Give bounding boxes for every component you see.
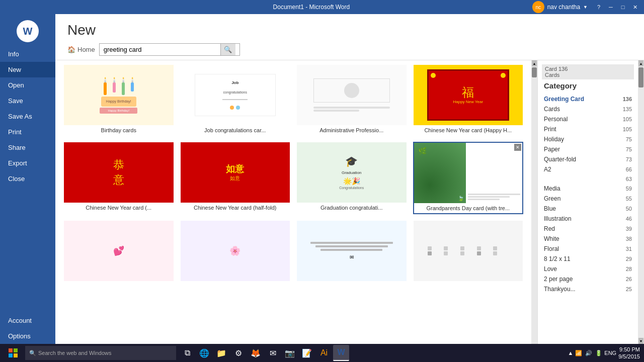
maximize-button[interactable]: □ — [618, 3, 628, 12]
template-bottom-3[interactable]: ✉ — [296, 220, 407, 286]
help-button[interactable]: ? — [594, 3, 604, 12]
category-count-illustration: 46 — [626, 216, 632, 222]
category-label-holiday: Holiday — [544, 136, 564, 143]
notes-button[interactable]: 📝 — [299, 345, 315, 361]
category-count-a2: 66 — [626, 166, 632, 172]
category-item-personal[interactable]: Personal 105 — [542, 114, 634, 124]
category-item-a2[interactable]: A2 66 — [542, 164, 634, 174]
sidebar-item-save-as[interactable]: Save As — [0, 109, 55, 124]
sidebar-item-export[interactable]: Export — [0, 155, 55, 171]
camera-button[interactable]: 📷 — [282, 345, 298, 361]
chrome-button[interactable]: ⚙ — [230, 345, 247, 361]
volume-icon: 🔊 — [585, 350, 592, 356]
template-bottom-2[interactable]: 🌸 — [180, 220, 291, 286]
minimize-button[interactable]: ─ — [606, 3, 616, 12]
category-label-white: White — [544, 235, 559, 242]
file-explorer-button[interactable]: 📁 — [213, 345, 229, 361]
sidebar: W Info New Open Save Save As Print Share… — [0, 14, 55, 344]
category-item-greeting-card[interactable]: Greeting Card 136 — [542, 94, 634, 104]
category-header-highlight: Card 136 Cards — [542, 64, 634, 79]
category-item-illustration[interactable]: Illustration 46 — [542, 214, 634, 224]
category-label-floral: Floral — [544, 245, 559, 252]
template-label-graduation: Graduation congratulati... — [297, 203, 407, 213]
category-item-cards[interactable]: Cards 135 — [542, 104, 634, 114]
template-graduation[interactable]: 🎓 Graduation 🌟🎉 Congratulations Graduati… — [296, 142, 407, 214]
home-link[interactable]: 🏠 Home — [67, 46, 95, 53]
right-scrollbar[interactable]: ▲ ▼ — [638, 60, 644, 344]
category-label-2-per-page: 2 per page — [544, 276, 573, 283]
template-label-job: Job congratulations car... — [181, 125, 290, 135]
category-label-green: Green — [544, 195, 560, 202]
category-item-print[interactable]: Print 105 — [542, 124, 634, 134]
window-title: Document1 - Microsoft Word — [95, 4, 528, 11]
sidebar-item-print[interactable]: Print — [0, 124, 55, 140]
category-sidebar: Card 136 Cards Category Greeting Card 13… — [537, 60, 638, 344]
category-item-blank1[interactable]: 63 — [542, 174, 634, 184]
browser2-button[interactable]: 🦊 — [248, 345, 264, 361]
category-item-blue[interactable]: Blue 50 — [542, 204, 634, 214]
mail-button[interactable]: ✉ — [265, 345, 281, 361]
category-count-2-per-page: 26 — [626, 276, 632, 282]
category-highlight-line2: Cards — [545, 72, 631, 78]
windows-icon — [8, 348, 18, 358]
sidebar-item-save[interactable]: Save — [0, 93, 55, 109]
template-chinese-ny[interactable]: 福 Happy New Year Chinese New Year card (… — [413, 64, 524, 136]
template-close-button[interactable]: ✕ — [514, 144, 521, 151]
category-item-floral[interactable]: Floral 31 — [542, 244, 634, 254]
sidebar-item-new[interactable]: New — [0, 62, 55, 77]
category-item-green[interactable]: Green 55 — [542, 194, 634, 204]
edge-button[interactable]: 🌐 — [196, 345, 212, 361]
category-highlight-line1: Card 136 — [545, 66, 631, 72]
taskbar-tray: ▲ 📶 🔊 🔋 ENG 9:50 PM 9/5/2015 — [566, 346, 642, 360]
template-birthday[interactable]: 🕯️ 🕯️ 🕯️ — [63, 64, 174, 136]
template-grandparents[interactable]: 🌿 🍃 ✕ Chinese New Year card (Happy Holid… — [413, 142, 524, 214]
category-label-personal: Personal — [544, 116, 568, 123]
category-item-red[interactable]: Red 39 — [542, 224, 634, 234]
category-count-red: 39 — [626, 226, 632, 232]
template-label-bottom-2 — [181, 281, 290, 285]
template-bottom-4[interactable] — [413, 220, 524, 286]
time-display: 9:50 PM — [618, 346, 640, 353]
taskbar-search[interactable]: 🔍 Search the web and Windows — [25, 346, 176, 360]
tray-expand-icon[interactable]: ▲ — [568, 350, 573, 356]
date-display: 9/5/2015 — [618, 353, 640, 360]
app-container: W Info New Open Save Save As Print Share… — [0, 14, 644, 344]
category-item-love[interactable]: Love 28 — [542, 264, 634, 274]
template-bottom-1[interactable]: 💕 — [63, 220, 174, 286]
category-label-red: Red — [544, 225, 555, 232]
category-item-paper[interactable]: Paper 75 — [542, 144, 634, 154]
category-count-8-5x11: 29 — [626, 256, 632, 262]
sidebar-item-share[interactable]: Share — [0, 140, 55, 155]
category-count-blue: 50 — [626, 206, 632, 212]
sidebar-item-open[interactable]: Open — [0, 77, 55, 93]
template-job[interactable]: Job congratulations Job congratulations … — [180, 64, 291, 136]
category-count-cards: 135 — [623, 106, 632, 112]
category-item-8-5x11[interactable]: 8 1/2 x 11 29 — [542, 254, 634, 264]
template-chinese-red[interactable]: 恭 意 Chinese New Year card (... — [63, 142, 174, 214]
task-view-button[interactable]: ⧉ — [179, 345, 195, 361]
sidebar-item-account[interactable]: Account — [0, 313, 55, 328]
search-input[interactable] — [100, 44, 220, 55]
category-item-media[interactable]: Media 59 — [542, 184, 634, 194]
category-item-quarter-fold[interactable]: Quarter-fold 73 — [542, 154, 634, 164]
page-title: New — [67, 22, 632, 38]
category-scrollbar[interactable]: ▲ — [531, 60, 537, 344]
close-button[interactable]: ✕ — [630, 3, 640, 12]
search-button[interactable]: 🔍 — [220, 44, 235, 55]
start-button[interactable] — [2, 345, 24, 361]
sidebar-item-info[interactable]: Info — [0, 46, 55, 62]
category-item-thankyou[interactable]: Thankyou... 25 — [542, 284, 634, 294]
category-item-holiday[interactable]: Holiday 75 — [542, 134, 634, 144]
illustrator-button[interactable]: Ai — [316, 345, 332, 361]
category-item-2-per-page[interactable]: 2 per page 26 — [542, 274, 634, 284]
sidebar-item-close[interactable]: Close — [0, 171, 55, 187]
category-count-floral: 31 — [626, 246, 632, 252]
template-chinese-half[interactable]: 如意 如意 Chinese New Year card (half-fold) — [180, 142, 291, 214]
category-count-green: 55 — [626, 196, 632, 202]
word-button[interactable]: W — [333, 345, 349, 361]
chevron-down-icon[interactable]: ▼ — [583, 5, 588, 10]
template-thumb-grandparents: 🌿 🍃 ✕ Chinese New Year card (Happy Holid… — [414, 143, 523, 203]
category-item-white[interactable]: White 38 — [542, 234, 634, 244]
template-admin[interactable]: Administrative Professio... — [296, 64, 407, 136]
sidebar-item-options[interactable]: Options — [0, 328, 55, 344]
